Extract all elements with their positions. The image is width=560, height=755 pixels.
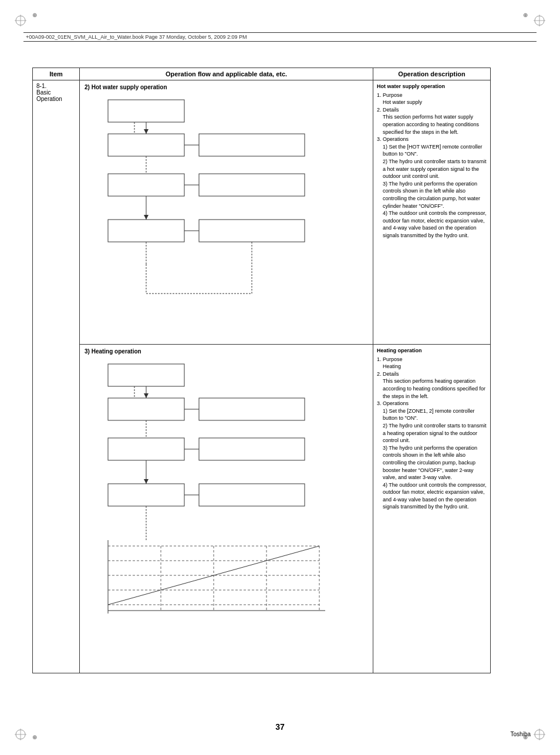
- hot-water-flow-diagram: [85, 94, 355, 341]
- svg-rect-40: [108, 438, 184, 460]
- desc-cell-heating: Heating operation 1. Purpose Heating 2. …: [373, 345, 491, 673]
- heat-op1: 1) Set the [ZONE1, 2] remote controller …: [383, 407, 487, 422]
- cross-tl: ⊕: [32, 12, 37, 18]
- heat-details-text: This section performs heating operation …: [383, 378, 487, 400]
- svg-rect-37: [199, 398, 305, 420]
- corner-mark-tr: [531, 12, 548, 29]
- heat-ops-label: 3. Operations: [377, 400, 487, 407]
- cross-tr: ⊕: [523, 12, 528, 18]
- hot-water-title: 2) Hot water supply operation: [85, 84, 368, 90]
- svg-marker-14: [144, 129, 149, 134]
- corner-mark-tl: [12, 12, 29, 29]
- heat-purpose-label: 1. Purpose: [377, 356, 487, 363]
- svg-rect-17: [199, 134, 305, 156]
- svg-rect-20: [108, 174, 184, 196]
- svg-rect-21: [199, 174, 305, 196]
- svg-rect-25: [108, 220, 184, 242]
- table-row-heating: 3) Heating operation: [33, 345, 491, 673]
- flow-cell-heating: 3) Heating operation: [80, 345, 373, 673]
- flow-cell-hot-water: 2) Hot water supply operation: [80, 80, 373, 345]
- page-number: 37: [275, 722, 285, 732]
- hw-desc-title: Hot water supply operation: [377, 83, 487, 90]
- hw-purpose-label: 1. Purpose: [377, 92, 487, 99]
- desc-cell-hot-water: Hot water supply operation 1. Purpose Ho…: [373, 80, 491, 345]
- svg-rect-32: [108, 364, 184, 386]
- hw-ops-label: 3. Operations: [377, 136, 487, 143]
- table-row-hot-water: 8-1.BasicOperation 2) Hot water supply o…: [33, 80, 491, 345]
- svg-marker-24: [144, 215, 149, 220]
- heat-details-label: 2. Details: [377, 370, 487, 378]
- brand-name: Toshiba: [511, 731, 531, 737]
- heat-purpose-text: Heating: [383, 363, 487, 370]
- svg-rect-26: [199, 220, 305, 242]
- main-table: Item Operation flow and applicable data,…: [32, 68, 491, 673]
- svg-rect-36: [108, 398, 184, 420]
- corner-mark-br: [531, 726, 548, 743]
- svg-rect-12: [108, 100, 184, 122]
- corner-mark-bl: [12, 726, 29, 743]
- col-desc-header: Operation description: [373, 68, 491, 80]
- hw-details-label: 2. Details: [377, 106, 487, 114]
- hw-details-text: This section performs hot water supply o…: [383, 113, 487, 136]
- hw-purpose-text: Hot water supply: [383, 99, 487, 106]
- cross-bl: ⊕: [32, 734, 37, 740]
- svg-rect-41: [199, 438, 305, 460]
- heat-op3: 3) The hydro unit performs the operation…: [383, 444, 487, 481]
- svg-rect-45: [108, 484, 184, 506]
- svg-marker-44: [144, 479, 149, 484]
- heat-op2: 2) The hydro unit controller starts to t…: [383, 422, 487, 444]
- hw-op2: 2) The hydro unit controller starts to t…: [383, 158, 487, 180]
- svg-rect-46: [199, 484, 305, 506]
- heating-title: 3) Heating operation: [85, 348, 368, 355]
- svg-rect-16: [108, 134, 184, 156]
- item-cell: 8-1.BasicOperation: [33, 80, 80, 673]
- heat-desc-title: Heating operation: [377, 347, 487, 355]
- col-flow-header: Operation flow and applicable data, etc.: [80, 68, 373, 80]
- page: ⊕ ⊕ ⊕ ⊕ +00A09-002_01EN_SVM_ALL_Air_to_W…: [0, 0, 560, 755]
- col-item-header: Item: [33, 68, 80, 80]
- hw-op1: 1) Set the [HOT WATER] remote controller…: [383, 143, 487, 158]
- heat-op4: 4) The outdoor unit controls the compres…: [383, 481, 487, 511]
- heating-flow-diagram: [85, 358, 355, 669]
- header-bar: +00A09-002_01EN_SVM_ALL_Air_to_Water.boo…: [23, 32, 537, 42]
- hw-op3: 3) The hydro unit performs the operation…: [383, 180, 487, 210]
- svg-marker-34: [144, 393, 149, 398]
- header-text: +00A09-002_01EN_SVM_ALL_Air_to_Water.boo…: [26, 34, 247, 40]
- hw-op4: 4) The outdoor unit controls the compres…: [383, 210, 487, 239]
